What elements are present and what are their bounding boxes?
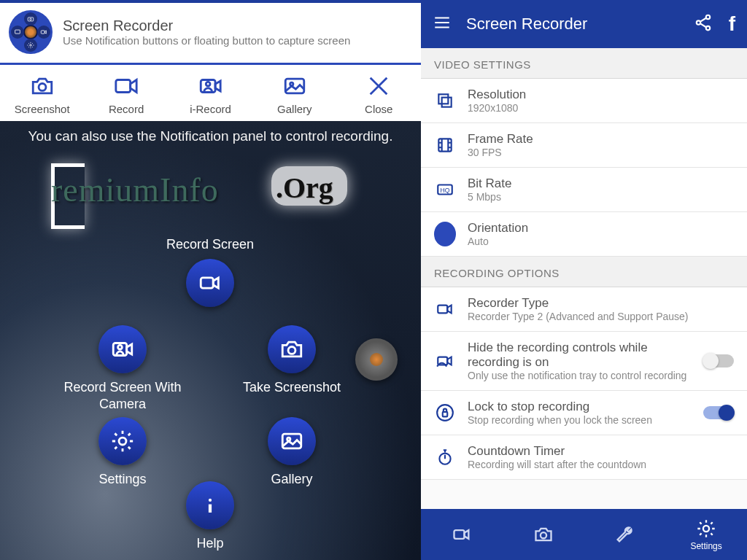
facebook-button[interactable]: f	[729, 12, 735, 36]
tab-screenshot[interactable]	[503, 509, 584, 560]
gallery-button[interactable]: Gallery	[258, 74, 331, 115]
svg-rect-30	[443, 412, 448, 417]
video-icon	[112, 74, 141, 98]
screenshot-label: Screenshot	[15, 103, 70, 115]
svg-point-13	[118, 345, 123, 349]
tab-tools[interactable]	[584, 509, 666, 560]
screenshot-button[interactable]: Screenshot	[6, 74, 79, 115]
person-camera-icon	[196, 74, 225, 98]
setting-resolution[interactable]: Resolution 1920x1080	[421, 79, 747, 123]
header-subtitle: Use Notification buttons or floating but…	[63, 34, 350, 47]
video-icon	[198, 271, 222, 295]
svg-rect-6	[116, 80, 131, 93]
help-button[interactable]: Help	[144, 481, 276, 552]
hamburger-icon	[433, 13, 452, 32]
setting-hide-controls[interactable]: Hide the recording controls while record…	[421, 332, 747, 391]
svg-point-14	[288, 346, 295, 354]
gear-icon	[27, 42, 34, 49]
orientation-icon	[434, 222, 456, 246]
svg-rect-23	[442, 98, 452, 107]
wrench-icon	[614, 524, 635, 545]
record-screen-button[interactable]: Record Screen	[144, 236, 276, 307]
share-button[interactable]	[694, 13, 713, 35]
svg-rect-27	[438, 306, 447, 314]
film-icon	[436, 136, 454, 155]
tab-record[interactable]	[421, 509, 503, 560]
share-icon	[694, 13, 713, 32]
watermark-org: .Org	[276, 171, 333, 205]
svg-point-8	[206, 82, 211, 86]
close-button[interactable]: Close	[342, 74, 415, 115]
svg-text:HQ: HQ	[441, 187, 450, 194]
camera-icon	[27, 15, 34, 23]
camera-icon	[533, 524, 554, 545]
overlay-gallery-button[interactable]: Gallery	[226, 417, 357, 488]
setting-lock-stop[interactable]: Lock to stop recording Stop recording wh…	[421, 391, 747, 435]
svg-rect-24	[438, 139, 451, 151]
svg-rect-11	[201, 277, 213, 287]
svg-rect-2	[15, 30, 20, 34]
lens-icon	[23, 25, 38, 39]
tab-settings[interactable]: Settings	[665, 509, 747, 560]
appbar-title: Screen Recorder	[453, 15, 694, 34]
gallery-label: Gallery	[277, 103, 312, 115]
setting-countdown[interactable]: Countdown Timer Recording will start aft…	[421, 435, 747, 480]
header-title: Screen Recorder	[63, 18, 350, 34]
hide-video-icon	[436, 351, 454, 370]
camera-icon	[279, 337, 304, 362]
gallery-icon	[279, 429, 304, 454]
overlay-hint: You can also use the Notification panel …	[0, 121, 421, 144]
setting-orientation[interactable]: Orientation Auto	[421, 212, 747, 257]
irecord-button[interactable]: i-Record	[174, 74, 247, 115]
display-icon	[14, 28, 21, 36]
close-label: Close	[365, 103, 392, 115]
svg-rect-3	[41, 31, 44, 34]
app-icon	[9, 10, 53, 54]
bottom-nav: Settings	[421, 509, 747, 560]
setting-framerate[interactable]: Frame Rate 30 FPS	[421, 123, 747, 168]
video-icon	[40, 28, 47, 36]
info-icon	[198, 493, 222, 518]
stopwatch-icon	[436, 448, 454, 467]
camera-icon	[28, 74, 57, 98]
header: Screen Recorder Use Notification buttons…	[0, 0, 421, 65]
svg-rect-32	[454, 530, 464, 539]
menu-button[interactable]	[433, 13, 453, 35]
svg-point-4	[30, 44, 32, 47]
hq-icon: HQ	[436, 180, 454, 199]
lock-icon	[436, 403, 454, 422]
video-icon	[452, 524, 472, 545]
hide-controls-toggle[interactable]	[703, 354, 734, 368]
record-button[interactable]: Record	[90, 74, 163, 115]
svg-point-15	[119, 438, 126, 445]
record-label: Record	[109, 103, 144, 115]
setting-recorder-type[interactable]: Recorder Type Recorder Type 2 (Advanced …	[421, 287, 747, 332]
video-icon	[436, 300, 454, 319]
svg-point-34	[703, 525, 709, 531]
close-icon	[364, 74, 393, 98]
phone-left: Screen Recorder Use Notification buttons…	[0, 0, 421, 560]
toolbar: Screenshot Record i-Record Gallery Close	[0, 65, 421, 121]
appbar: Screen Recorder f	[421, 0, 747, 48]
section-recording-options: RECORDING OPTIONS	[421, 257, 747, 287]
svg-point-5	[39, 83, 46, 90]
record-with-camera-button[interactable]: Record Screen With Camera	[57, 325, 188, 412]
take-screenshot-button[interactable]: Take Screenshot	[226, 325, 357, 396]
setting-bitrate[interactable]: HQ Bit Rate 5 Mbps	[421, 168, 747, 212]
svg-point-33	[541, 532, 546, 538]
person-camera-icon	[110, 337, 135, 362]
overlay: You can also use the Notification panel …	[0, 121, 421, 560]
gear-icon	[110, 429, 135, 454]
gear-icon	[696, 518, 716, 539]
svg-point-18	[209, 499, 212, 502]
settings-list: VIDEO SETTINGS Resolution 1920x1080 Fram…	[421, 48, 747, 509]
settings-button[interactable]: Settings	[57, 417, 188, 488]
watermark-text: remiumInfo	[51, 171, 219, 209]
lock-stop-toggle[interactable]	[703, 406, 734, 419]
irecord-label: i-Record	[190, 103, 231, 115]
gallery-icon	[280, 74, 309, 98]
resolution-icon	[436, 91, 454, 110]
section-video-settings: VIDEO SETTINGS	[421, 48, 747, 79]
phone-right: Screen Recorder f VIDEO SETTINGS Resolut…	[421, 0, 747, 560]
svg-rect-0	[28, 18, 34, 21]
